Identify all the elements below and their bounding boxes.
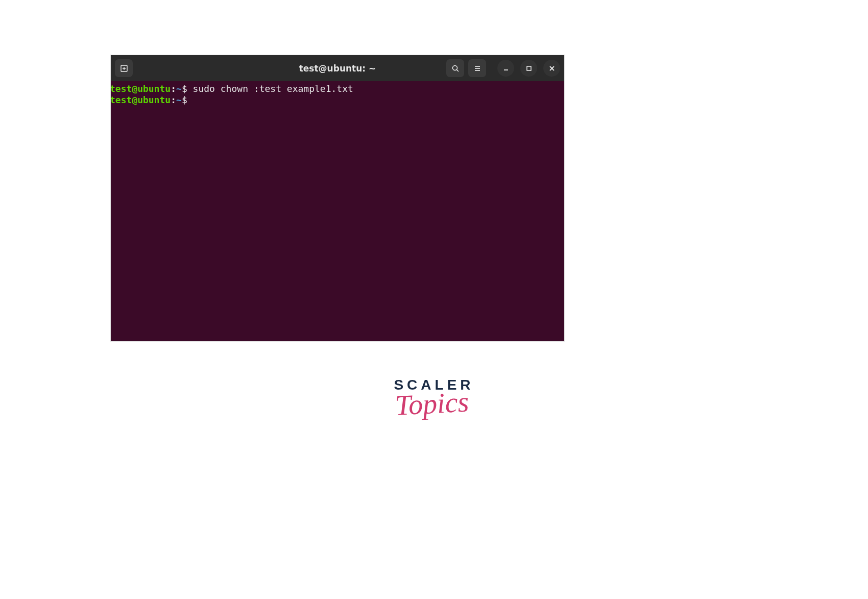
maximize-icon <box>525 64 533 73</box>
search-button[interactable] <box>446 59 464 77</box>
terminal-line: test@ubuntu:~$ sudo chown :test example1… <box>111 83 563 94</box>
svg-rect-9 <box>527 66 531 70</box>
minimize-button[interactable] <box>497 60 514 77</box>
svg-point-3 <box>452 65 457 70</box>
logo-line2: Topics <box>380 390 484 418</box>
prompt-dollar: $ <box>182 83 193 94</box>
scaler-logo: SCALER Topics <box>383 377 485 415</box>
prompt-colon: : <box>171 94 176 105</box>
close-icon <box>548 64 556 73</box>
minimize-icon <box>502 64 510 73</box>
window-titlebar: test@ubuntu: ~ <box>111 55 564 81</box>
menu-button[interactable] <box>468 59 486 77</box>
prompt-path: ~ <box>176 83 182 94</box>
command-text: sudo chown :test example1.txt <box>193 83 353 94</box>
new-tab-button[interactable] <box>115 59 133 77</box>
svg-line-4 <box>456 69 459 71</box>
terminal-line: test@ubuntu:~$ <box>111 94 563 106</box>
prompt-user: test@ubuntu <box>111 83 171 94</box>
close-button[interactable] <box>543 60 560 77</box>
new-tab-icon <box>120 64 128 73</box>
maximize-button[interactable] <box>520 60 537 77</box>
prompt-path: ~ <box>176 94 182 105</box>
hamburger-icon <box>473 64 481 73</box>
prompt-user: test@ubuntu <box>111 94 171 105</box>
terminal-window: test@ubuntu: ~ <box>110 55 565 342</box>
prompt-colon: : <box>171 83 176 94</box>
prompt-dollar: $ <box>182 94 193 105</box>
terminal-body[interactable]: test@ubuntu:~$ sudo chown :test example1… <box>111 81 564 341</box>
search-icon <box>451 64 460 73</box>
